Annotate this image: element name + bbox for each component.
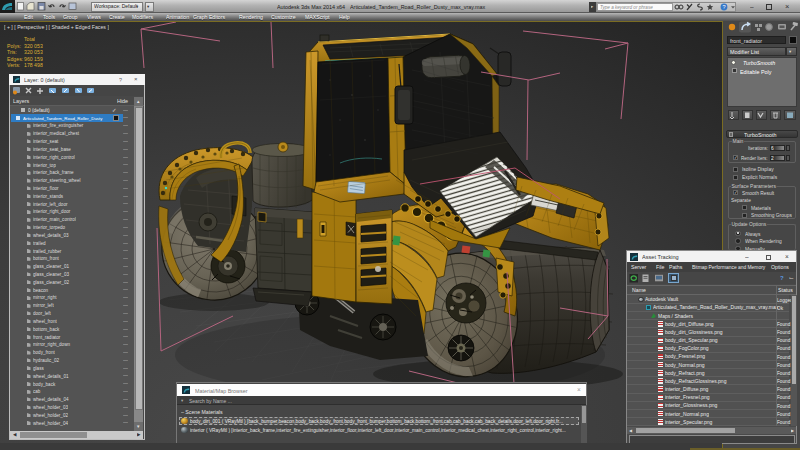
svg-text:?: ? (722, 4, 725, 10)
